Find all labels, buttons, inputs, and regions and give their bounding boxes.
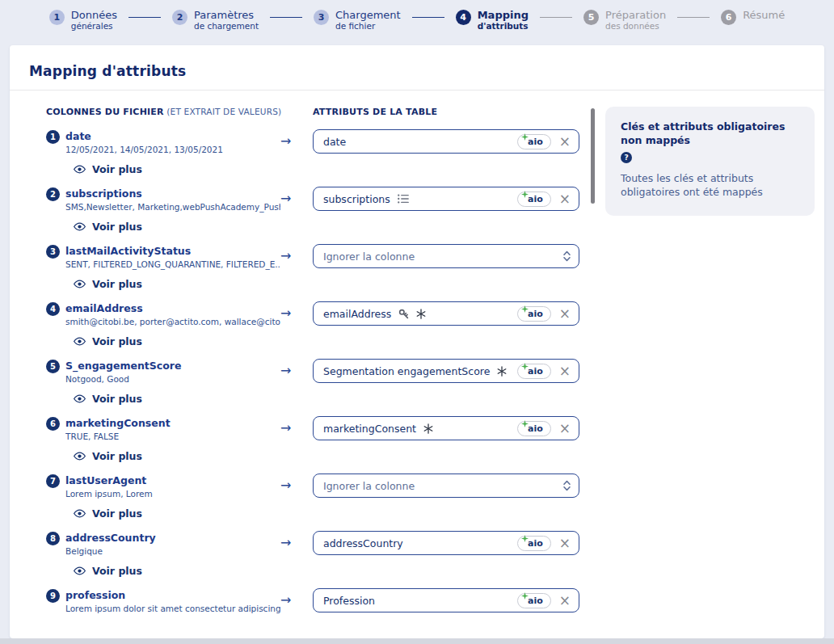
- voir-plus-label: Voir plus: [92, 507, 142, 520]
- remove-mapping-button[interactable]: ×: [558, 594, 571, 608]
- select-chevron-icon: [562, 250, 571, 263]
- voir-plus-link[interactable]: Voir plus: [74, 163, 280, 175]
- voir-plus-label: Voir plus: [92, 163, 142, 175]
- voir-plus-label: Voir plus: [92, 221, 142, 233]
- sparkle-icon: [521, 592, 529, 600]
- file-columns-header-suffix: (ET EXTRAIT DE VALEURS): [164, 107, 282, 116]
- remove-mapping-button[interactable]: ×: [558, 537, 571, 550]
- voir-plus-link[interactable]: Voir plus: [74, 507, 280, 520]
- remove-mapping-button[interactable]: ×: [558, 422, 571, 436]
- aio-badge-label: aio: [528, 137, 543, 147]
- row-number-badge: 3: [46, 245, 60, 259]
- stepper-step: 6 Résumé: [721, 9, 785, 25]
- aio-badge: aio: [517, 593, 551, 608]
- remove-mapping-button[interactable]: ×: [558, 135, 571, 149]
- step-number-badge: 2: [172, 10, 187, 25]
- column-sample-values: TRUE, FALSE: [65, 431, 280, 443]
- vertical-scrollbar[interactable]: [591, 108, 595, 204]
- attribute-mapping-field[interactable]: marketingConsent aio ×: [313, 416, 579, 440]
- attribute-mapping-field[interactable]: Segmentation engagementScore aio: [313, 359, 579, 383]
- voir-plus-link[interactable]: Voir plus: [74, 393, 280, 405]
- column-sample-values: 12/05/2021, 14/05/2021, 13/05/2021: [65, 144, 280, 156]
- arrow-icon: →: [280, 588, 313, 615]
- step-number-badge: 5: [583, 10, 599, 25]
- aio-badge-label: aio: [528, 366, 543, 377]
- aio-badge: aio: [517, 536, 551, 551]
- attribute-mapping-field[interactable]: Ignorer la colonne aio ×: [313, 244, 579, 268]
- stepper-step: 3 Chargement de fichier: [314, 9, 401, 32]
- attribute-value: Ignorer la colonne: [323, 480, 415, 492]
- column-sample-values: Notgood, Good: [65, 373, 280, 385]
- attribute-mapping-field[interactable]: addressCountry aio ×: [313, 531, 579, 555]
- aio-badge: aio: [517, 134, 551, 149]
- step-label: Préparation: [605, 9, 666, 21]
- voir-plus-link[interactable]: Voir plus: [74, 221, 280, 233]
- file-column-name: lastUserAgent: [65, 474, 146, 487]
- eye-icon: [74, 394, 86, 403]
- arrow-icon: →: [280, 359, 313, 405]
- voir-plus-link[interactable]: Voir plus: [74, 335, 280, 347]
- row-number-badge: 8: [46, 532, 60, 545]
- remove-mapping-button[interactable]: ×: [558, 307, 571, 321]
- row-number-badge: 6: [46, 417, 60, 431]
- column-sample-values: SENT, FILTERED_LONG_QUARANTINE, FILTERED…: [65, 259, 280, 271]
- step-connector: [540, 17, 572, 18]
- voir-plus-link[interactable]: Voir plus: [74, 278, 280, 290]
- aio-badge-label: aio: [528, 538, 543, 549]
- step-number-badge: 1: [49, 10, 65, 25]
- file-column-name: addressCountry: [65, 531, 156, 545]
- step-connector: [128, 17, 161, 18]
- aio-badge: aio: [517, 421, 551, 436]
- bottom-strip: [0, 638, 834, 644]
- page-title: Mapping d'attributs: [10, 45, 824, 79]
- step-sublabel: de fichier: [335, 21, 401, 32]
- column-sample-values: SMS,Newsletter, Marketing,webPushAcademy…: [65, 201, 280, 213]
- mapping-row: 8 addressCountry Belgique Voir plus → ad…: [46, 531, 579, 577]
- main-card: Mapping d'attributs COLONNES DU FICHIER …: [10, 45, 824, 638]
- unmapped-keys-panel: Clés et attributs obligatoires non mappé…: [605, 107, 815, 216]
- voir-plus-label: Voir plus: [92, 335, 142, 347]
- mapping-row: 7 lastUserAgent Lorem ipsum, Lorem Voir …: [46, 474, 579, 520]
- attribute-mapping-field[interactable]: emailAddress aio ×: [313, 301, 579, 326]
- attribute-mapping-field[interactable]: date aio ×: [313, 129, 579, 154]
- eye-icon: [74, 165, 86, 174]
- aio-badge: aio: [517, 306, 551, 322]
- attribute-value: Ignorer la colonne: [323, 250, 415, 263]
- attribute-mapping-field[interactable]: subscriptions aio ×: [313, 187, 579, 211]
- aio-badge-label: aio: [528, 423, 543, 434]
- file-column-name: S_engagementScore: [65, 359, 181, 373]
- step-label: Résumé: [743, 9, 785, 21]
- list-icon: [398, 194, 409, 204]
- attribute-mapping-field[interactable]: Profession aio ×: [313, 588, 579, 612]
- attribute-mapping-field[interactable]: Ignorer la colonne aio ×: [313, 474, 579, 498]
- attribute-value: date: [323, 136, 346, 148]
- arrow-icon: →: [280, 187, 313, 233]
- voir-plus-label: Voir plus: [92, 278, 142, 290]
- remove-mapping-button[interactable]: ×: [558, 364, 571, 378]
- voir-plus-label: Voir plus: [92, 393, 142, 405]
- sparkle-icon: [521, 420, 529, 427]
- wizard-stepper: 1 Données générales 2 Paramètres de char…: [0, 0, 834, 40]
- step-sublabel: générales: [71, 21, 117, 32]
- mapping-row: 5 S_engagementScore Notgood, Good Voir p…: [46, 359, 579, 405]
- voir-plus-link[interactable]: Voir plus: [74, 450, 280, 462]
- panel-title: Clés et attributs obligatoires non mappé…: [621, 120, 799, 148]
- step-sublabel: d'attributs: [478, 21, 529, 32]
- eye-icon: [74, 222, 86, 231]
- sparkle-icon: [521, 133, 529, 141]
- arrow-icon: →: [280, 416, 313, 462]
- step-number-badge: 4: [456, 10, 471, 25]
- file-columns-header: COLONNES DU FICHIER (ET EXTRAIT DE VALEU…: [46, 107, 313, 117]
- attribute-value: marketingConsent: [323, 423, 416, 435]
- row-number-badge: 1: [46, 130, 60, 144]
- panel-status-text: Toutes les clés et attributs obligatoire…: [621, 171, 799, 200]
- help-icon[interactable]: ?: [621, 152, 632, 163]
- attribute-value: emailAddress: [323, 308, 391, 320]
- arrow-icon: →: [280, 301, 313, 347]
- attribute-value: Profession: [323, 595, 375, 607]
- voir-plus-link[interactable]: Voir plus: [74, 565, 280, 577]
- remove-mapping-button[interactable]: ×: [558, 192, 571, 206]
- aio-badge-label: aio: [528, 596, 543, 606]
- column-sample-values: Lorem ipsum dolor sit amet consectetur a…: [65, 603, 280, 615]
- attribute-value: addressCountry: [323, 537, 403, 549]
